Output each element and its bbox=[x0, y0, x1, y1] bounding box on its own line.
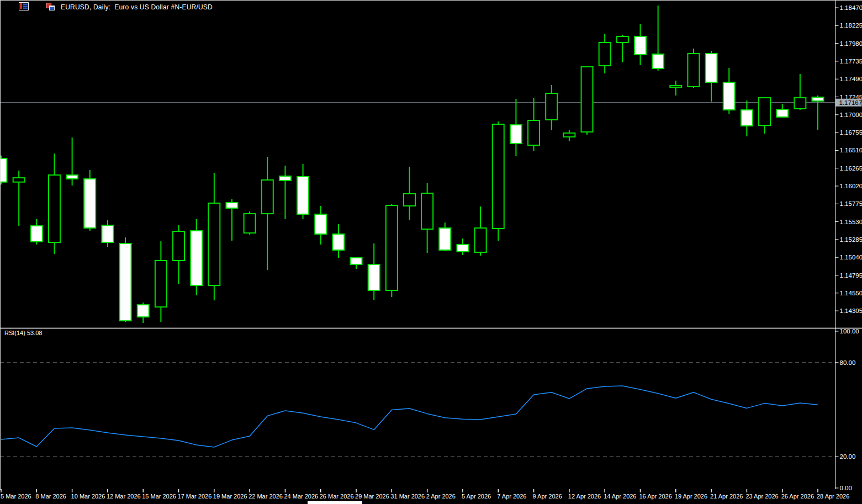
price-axis-label: 1.17980 bbox=[840, 40, 862, 47]
horizontal-scrollbar-thumb[interactable] bbox=[308, 501, 362, 504]
time-axis-label: 28 Apr 2026 bbox=[817, 493, 849, 500]
chart-title: EURUSD, Daily: Euro vs US Dollar #N-EUR/… bbox=[61, 3, 213, 11]
candle-body bbox=[138, 305, 149, 317]
candle-body bbox=[581, 67, 593, 132]
panel-separator-line[interactable] bbox=[0, 327, 862, 327]
time-axis-label: 12 Apr 2026 bbox=[568, 493, 601, 500]
candle-body bbox=[173, 231, 184, 261]
time-axis-label: 9 Apr 2026 bbox=[533, 493, 562, 500]
time-axis-label: 14 Apr 2026 bbox=[604, 493, 636, 500]
time-axis-label: 5 Mar 2026 bbox=[1, 493, 31, 500]
time-axis-label: 8 Mar 2026 bbox=[35, 493, 66, 500]
candle-body bbox=[13, 178, 25, 182]
candle-body bbox=[457, 245, 468, 252]
panel-separator-line[interactable] bbox=[0, 328, 862, 329]
price-axis-label: 1.15040 bbox=[840, 254, 862, 261]
candle-body bbox=[404, 194, 415, 206]
candle-body bbox=[49, 175, 60, 242]
candle-body bbox=[368, 264, 380, 290]
time-axis-label: 26 Mar 2026 bbox=[320, 493, 354, 500]
candle-body bbox=[493, 124, 504, 229]
price-axis-label: 1.16510 bbox=[840, 147, 862, 153]
candle-body bbox=[244, 214, 256, 233]
candle-body bbox=[652, 54, 664, 68]
time-axis-label: 17 Mar 2026 bbox=[178, 493, 212, 500]
time-axis-label: 12 Mar 2026 bbox=[107, 493, 141, 500]
candle-body bbox=[351, 258, 362, 264]
candle-body bbox=[226, 203, 237, 208]
price-axis-label: 1.15285 bbox=[840, 236, 862, 243]
price-axis-label: 1.17000 bbox=[840, 112, 862, 118]
candle-body bbox=[439, 228, 451, 250]
time-axis-label: 22 Mar 2026 bbox=[248, 493, 283, 500]
price-axis-label: 1.16265 bbox=[840, 165, 862, 172]
candle-body bbox=[546, 93, 557, 120]
candle-body bbox=[528, 120, 540, 145]
candle-body bbox=[386, 205, 398, 290]
time-axis-label: 31 Mar 2026 bbox=[390, 493, 425, 500]
price-axis-label: 1.17735 bbox=[840, 58, 862, 65]
chart-plot[interactable]: 1.184701.182251.179801.177351.174901.172… bbox=[0, 0, 862, 504]
chart-window-icon[interactable] bbox=[34, 0, 55, 20]
candle-body bbox=[84, 179, 96, 228]
candle-body bbox=[0, 158, 7, 182]
candle-body bbox=[332, 234, 344, 250]
time-axis-label: 16 Apr 2026 bbox=[639, 493, 671, 500]
candle-body bbox=[706, 54, 717, 82]
rsi-indicator-label: RSI(14) 53.08 bbox=[4, 330, 42, 336]
candle-body bbox=[776, 109, 788, 117]
candle-body bbox=[510, 125, 522, 144]
candle-body bbox=[599, 43, 611, 66]
candle-body bbox=[475, 228, 486, 252]
time-axis-label: 19 Mar 2026 bbox=[213, 493, 247, 500]
candle-body bbox=[191, 231, 202, 285]
candle-body bbox=[421, 193, 433, 229]
candle-body bbox=[279, 176, 291, 181]
price-axis-label: 1.16020 bbox=[840, 183, 862, 189]
window-border-top bbox=[0, 0, 862, 1]
price-axis-label: 1.18470 bbox=[840, 4, 862, 11]
candle-body bbox=[759, 98, 770, 125]
price-axis-label: 1.18225 bbox=[840, 22, 862, 29]
chart-window: 1.184701.182251.179801.177351.174901.172… bbox=[0, 0, 862, 504]
candle-body bbox=[688, 54, 699, 87]
window-border-left bbox=[0, 0, 1, 490]
candle-body bbox=[634, 36, 646, 55]
price-axis-label: 1.14305 bbox=[840, 307, 862, 314]
candle-body bbox=[102, 225, 113, 242]
candle-body bbox=[120, 243, 131, 321]
candle-body bbox=[723, 82, 735, 110]
candle-body bbox=[563, 133, 575, 137]
time-axis-label: 10 Mar 2026 bbox=[71, 493, 105, 500]
chart-list-icon[interactable] bbox=[8, 0, 29, 20]
candle-body bbox=[617, 36, 628, 43]
price-axis-label: 1.16755 bbox=[840, 129, 862, 136]
rsi-axis-label: 20.00 bbox=[840, 453, 856, 460]
candle-body bbox=[155, 261, 167, 307]
candle-body bbox=[670, 86, 681, 87]
price-axis-label: 1.17490 bbox=[840, 76, 862, 82]
rsi-axis-label: 80.00 bbox=[840, 359, 856, 366]
time-axis-label: 15 Mar 2026 bbox=[142, 493, 176, 500]
candle-body bbox=[315, 214, 326, 234]
time-axis-label: 24 Mar 2026 bbox=[284, 493, 318, 500]
candle-body bbox=[297, 177, 309, 214]
time-axis-label: 5 Apr 2026 bbox=[462, 493, 491, 500]
candle-body bbox=[31, 226, 43, 242]
price-axis-label: 1.15775 bbox=[840, 200, 862, 207]
candle-body bbox=[812, 97, 823, 101]
candle-body bbox=[66, 175, 78, 179]
price-axis-label: 1.14795 bbox=[840, 272, 862, 279]
chart-title-bar: EURUSD, Daily: Euro vs US Dollar #N-EUR/… bbox=[8, 2, 213, 12]
time-axis-label: 2 Apr 2026 bbox=[426, 493, 456, 500]
price-axis-label: 1.14550 bbox=[840, 290, 862, 296]
candle-body bbox=[741, 110, 753, 126]
time-axis-label: 23 Apr 2026 bbox=[745, 493, 778, 500]
price-axis-label: 1.15530 bbox=[840, 219, 862, 225]
time-axis-label: 29 Mar 2026 bbox=[355, 493, 389, 500]
time-axis-label: 26 Apr 2026 bbox=[781, 493, 814, 500]
time-axis-label: 19 Apr 2026 bbox=[675, 493, 707, 500]
candle-body bbox=[794, 98, 806, 109]
current-price-badge-text: 1.17167 bbox=[839, 99, 862, 106]
time-axis-label: 21 Apr 2026 bbox=[710, 493, 743, 500]
